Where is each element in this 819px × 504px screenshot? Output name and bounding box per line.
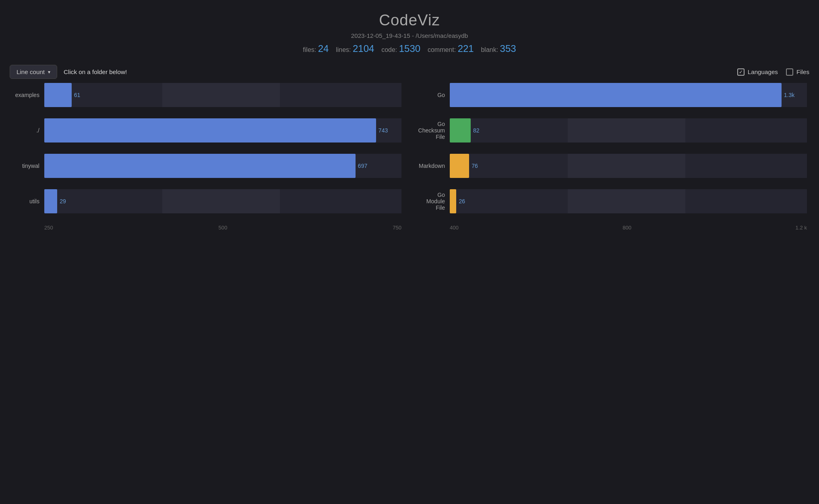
chevron-down-icon: ▾: [48, 69, 50, 75]
bar-value-label: 76: [472, 163, 478, 169]
header: CodeViz 2023-12-05_19-43-15 - /Users/mac…: [0, 0, 819, 61]
bar-value-label: 743: [378, 127, 388, 134]
meta-line: 2023-12-05_19-43-15 - /Users/mac/easydb: [8, 32, 811, 39]
bar-track: 697: [44, 154, 401, 178]
files-value: 24: [318, 43, 329, 54]
blank-value: 353: [500, 43, 516, 54]
bar-row[interactable]: utils29: [12, 189, 401, 213]
files-label: files:: [303, 46, 316, 53]
bar-value-label: 697: [358, 163, 368, 169]
files-label: Files: [796, 68, 809, 75]
bar-fill: 61: [44, 83, 72, 107]
bar-fill: 697: [44, 154, 356, 178]
x-axis-tick: 400: [450, 225, 459, 231]
bar-label: Go: [418, 92, 450, 98]
click-hint: Click on a folder below!: [64, 68, 127, 75]
bar-track: 82: [450, 118, 807, 143]
app-title: CodeViz: [8, 11, 811, 29]
bar-value-label: 26: [459, 198, 465, 204]
bar-track: 1.3k: [450, 83, 807, 107]
bar-row[interactable]: ./743: [12, 118, 401, 143]
right-chart-panel: Go1.3kGo Checksum File82Markdown76Go Mod…: [410, 83, 815, 247]
comment-value: 221: [458, 43, 474, 54]
bar-row[interactable]: Go Checksum File82: [418, 118, 807, 143]
languages-label: Languages: [748, 68, 778, 75]
bar-label: utils: [12, 198, 44, 204]
bar-value-label: 61: [74, 92, 81, 98]
x-axis-tick: 800: [623, 225, 631, 231]
bar-label: tinywal: [12, 163, 44, 169]
bar-fill: 1.3k: [450, 83, 782, 107]
bar-row[interactable]: examples61: [12, 83, 401, 107]
languages-toggle[interactable]: ✓ Languages: [737, 68, 778, 76]
bar-label: Go Checksum File: [418, 121, 450, 140]
bar-value-label: 82: [473, 127, 480, 134]
left-bar-chart: examples61./743tinywal697utils2925050075…: [12, 83, 401, 247]
toolbar-right: ✓ Languages Files: [737, 68, 809, 76]
bar-label: Go Module File: [418, 192, 450, 211]
right-bar-chart: Go1.3kGo Checksum File82Markdown76Go Mod…: [418, 83, 807, 247]
files-toggle[interactable]: Files: [786, 68, 809, 76]
bar-fill: 76: [450, 154, 469, 178]
line-count-dropdown[interactable]: Line count ▾: [10, 65, 57, 79]
x-axis-tick: 750: [393, 225, 401, 231]
bar-label: examples: [12, 92, 44, 98]
x-axis-tick: 1.2 k: [796, 225, 807, 231]
languages-checkbox-icon: ✓: [737, 68, 745, 76]
bar-row[interactable]: Markdown76: [418, 154, 807, 178]
bar-value-label: 1.3k: [784, 92, 795, 98]
lines-value: 2104: [353, 43, 374, 54]
bar-fill: 743: [44, 118, 376, 143]
app-container: CodeViz 2023-12-05_19-43-15 - /Users/mac…: [0, 0, 819, 247]
files-checkbox-icon: [786, 68, 793, 76]
bar-row[interactable]: Go1.3k: [418, 83, 807, 107]
x-axis-tick: 250: [44, 225, 53, 231]
comment-label: comment:: [428, 46, 456, 53]
bar-fill: 26: [450, 189, 456, 213]
bar-track: 26: [450, 189, 807, 213]
right-chart-wrapper: Go1.3kGo Checksum File82Markdown76Go Mod…: [418, 83, 807, 247]
bar-label: ./: [12, 127, 44, 134]
x-axis: 250500750: [12, 225, 401, 231]
x-axis: 4008001.2 k: [418, 225, 807, 231]
toolbar: Line count ▾ Click on a folder below! ✓ …: [0, 61, 819, 83]
bar-fill: 82: [450, 118, 471, 143]
toolbar-left: Line count ▾ Click on a folder below!: [10, 65, 127, 79]
code-label: code:: [381, 46, 397, 53]
left-chart-wrapper: examples61./743tinywal697utils2925050075…: [12, 83, 401, 247]
bar-track: 29: [44, 189, 401, 213]
charts-container: examples61./743tinywal697utils2925050075…: [0, 83, 819, 247]
bar-fill: 29: [44, 189, 57, 213]
bar-track: 76: [450, 154, 807, 178]
bar-track: 743: [44, 118, 401, 143]
stats-line: files: 24 lines: 2104 code: 1530 comment…: [8, 43, 811, 54]
code-value: 1530: [399, 43, 420, 54]
bar-track: 61: [44, 83, 401, 107]
dropdown-label: Line count: [17, 68, 45, 75]
bar-label: Markdown: [418, 163, 450, 169]
x-axis-tick: 500: [219, 225, 228, 231]
bar-row[interactable]: Go Module File26: [418, 189, 807, 213]
bar-value-label: 29: [60, 198, 66, 204]
blank-label: blank:: [481, 46, 498, 53]
bar-row[interactable]: tinywal697: [12, 154, 401, 178]
lines-label: lines:: [336, 46, 351, 53]
left-chart-panel: examples61./743tinywal697utils2925050075…: [4, 83, 410, 247]
